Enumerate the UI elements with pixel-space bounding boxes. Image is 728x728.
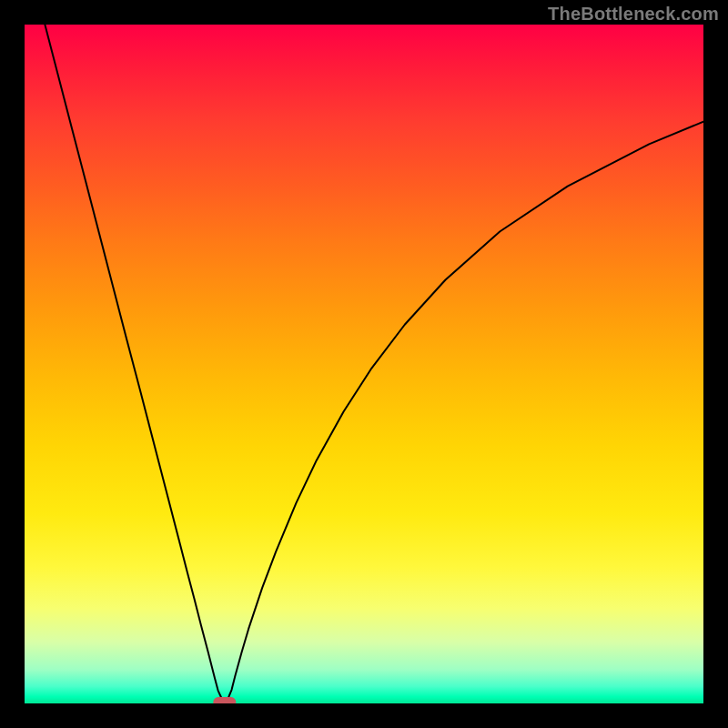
gradient-background xyxy=(25,25,703,703)
plot-area xyxy=(25,25,703,703)
watermark: TheBottleneck.com xyxy=(548,4,719,25)
chart-container: TheBottleneck.com xyxy=(0,0,728,728)
minimum-marker xyxy=(213,697,236,703)
